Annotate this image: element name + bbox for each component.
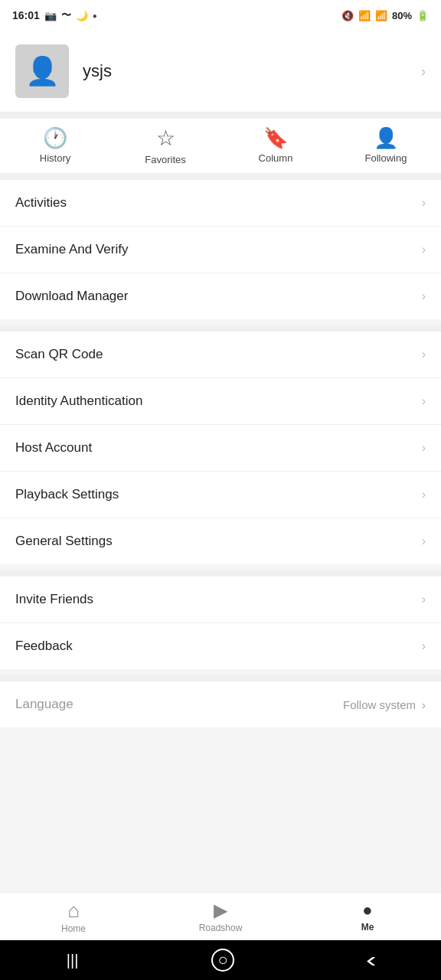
status-photo-icon: 📷 bbox=[44, 10, 57, 21]
general-label: General Settings bbox=[15, 534, 113, 549]
menu-item-download[interactable]: Download Manager › bbox=[0, 273, 441, 319]
identity-chevron-icon: › bbox=[422, 394, 426, 408]
quick-nav-bar: 🕐 History ☆ Favorites 🔖 Column 👤 Followi… bbox=[0, 119, 441, 174]
status-right-icons: 🔇 📶 📶 80% 🔋 bbox=[341, 10, 429, 21]
column-icon: 🔖 bbox=[263, 128, 288, 148]
avatar: 👤 bbox=[15, 44, 69, 98]
status-dot-icon: ● bbox=[93, 11, 97, 20]
me-tab-label: Me bbox=[361, 922, 374, 933]
language-value-group: Follow system › bbox=[343, 698, 426, 711]
host-account-chevron-icon: › bbox=[422, 441, 426, 455]
menu-section-3: Invite Friends › Feedback › bbox=[0, 577, 441, 669]
following-label: Following bbox=[365, 152, 407, 164]
divider-5 bbox=[0, 675, 441, 681]
username-label: ysjs bbox=[83, 61, 407, 81]
favorites-icon: ☆ bbox=[156, 128, 175, 149]
scan-qr-chevron-icon: › bbox=[422, 348, 426, 361]
menu-item-examine[interactable]: Examine And Verify › bbox=[0, 227, 441, 273]
following-icon: 👤 bbox=[374, 128, 398, 148]
language-chevron-icon: › bbox=[422, 698, 426, 711]
identity-label: Identity Authentication bbox=[15, 394, 142, 409]
examine-chevron-icon: › bbox=[422, 243, 426, 256]
activities-chevron-icon: › bbox=[422, 196, 426, 210]
status-sim-icon: 〜 bbox=[61, 8, 71, 22]
nav-item-favorites[interactable]: ☆ Favorites bbox=[110, 128, 220, 165]
roadshow-tab-label: Roadshow bbox=[199, 923, 243, 933]
profile-header[interactable]: 👤 ysjs › bbox=[0, 31, 441, 113]
nav-item-following[interactable]: 👤 Following bbox=[331, 128, 441, 165]
invite-label: Invite Friends bbox=[15, 592, 93, 607]
menu-item-identity[interactable]: Identity Authentication › bbox=[0, 378, 441, 425]
menu-section-2: Scan QR Code › Identity Authentication ›… bbox=[0, 332, 441, 564]
home-tab-icon: ⌂ bbox=[67, 900, 80, 920]
bottom-tab-bar: ⌂ Home ▶ Roadshow ● Me bbox=[0, 892, 441, 940]
invite-chevron-icon: › bbox=[422, 593, 426, 606]
divider-2 bbox=[0, 174, 441, 180]
language-value: Follow system bbox=[343, 698, 416, 711]
android-back-button[interactable]: ‹ bbox=[365, 948, 376, 972]
divider-1 bbox=[0, 113, 441, 119]
android-menu-button[interactable]: ||| bbox=[67, 952, 79, 969]
menu-item-host-account[interactable]: Host Account › bbox=[0, 425, 441, 472]
favorites-label: Favorites bbox=[145, 154, 185, 165]
menu-item-activities[interactable]: Activities › bbox=[0, 180, 441, 227]
playback-label: Playback Settings bbox=[15, 487, 119, 502]
download-chevron-icon: › bbox=[422, 289, 426, 303]
history-icon: 🕐 bbox=[43, 128, 67, 148]
roadshow-tab-icon: ▶ bbox=[214, 901, 227, 920]
battery-label: 80% bbox=[392, 10, 412, 21]
nav-item-history[interactable]: 🕐 History bbox=[0, 128, 110, 165]
menu-item-general[interactable]: General Settings › bbox=[0, 518, 441, 564]
general-chevron-icon: › bbox=[422, 534, 426, 548]
android-home-button[interactable]: ○ bbox=[211, 949, 234, 972]
host-account-label: Host Account bbox=[15, 440, 92, 456]
column-label: Column bbox=[259, 152, 293, 164]
tab-me[interactable]: ● Me bbox=[294, 902, 441, 933]
profile-chevron-icon: › bbox=[421, 64, 426, 80]
feedback-label: Feedback bbox=[15, 639, 73, 654]
playback-chevron-icon: › bbox=[422, 488, 426, 501]
status-bar: 16:01 📷 〜 🌙 ● 🔇 📶 📶 80% 🔋 bbox=[0, 0, 441, 31]
tab-home[interactable]: ⌂ Home bbox=[0, 900, 147, 934]
home-tab-label: Home bbox=[61, 923, 86, 934]
examine-label: Examine And Verify bbox=[15, 242, 128, 257]
feedback-chevron-icon: › bbox=[422, 639, 426, 653]
divider-4 bbox=[0, 570, 441, 577]
menu-item-invite[interactable]: Invite Friends › bbox=[0, 577, 441, 623]
android-nav-bar: ||| ○ ‹ bbox=[0, 940, 441, 980]
activities-label: Activities bbox=[15, 195, 67, 211]
avatar-placeholder-icon: 👤 bbox=[25, 55, 60, 87]
language-label: Language bbox=[15, 697, 74, 712]
menu-item-feedback[interactable]: Feedback › bbox=[0, 623, 441, 669]
battery-icon: 🔋 bbox=[416, 10, 429, 21]
time-display: 16:01 bbox=[12, 9, 40, 21]
menu-item-language[interactable]: Language Follow system › bbox=[0, 681, 441, 727]
wifi-icon: 📶 bbox=[358, 10, 371, 21]
mute-icon: 🔇 bbox=[341, 10, 354, 21]
signal-icon: 📶 bbox=[375, 10, 387, 21]
scan-qr-label: Scan QR Code bbox=[15, 347, 103, 362]
divider-3 bbox=[0, 325, 441, 332]
nav-item-column[interactable]: 🔖 Column bbox=[220, 128, 331, 165]
status-moon-icon: 🌙 bbox=[76, 10, 88, 21]
menu-item-scan-qr[interactable]: Scan QR Code › bbox=[0, 332, 441, 378]
history-label: History bbox=[40, 152, 70, 164]
status-time: 16:01 📷 〜 🌙 ● bbox=[12, 8, 97, 22]
menu-section-1: Activities › Examine And Verify › Downlo… bbox=[0, 180, 441, 319]
download-label: Download Manager bbox=[15, 289, 128, 304]
tab-roadshow[interactable]: ▶ Roadshow bbox=[147, 901, 294, 933]
menu-item-playback[interactable]: Playback Settings › bbox=[0, 472, 441, 518]
me-tab-icon: ● bbox=[362, 902, 372, 919]
